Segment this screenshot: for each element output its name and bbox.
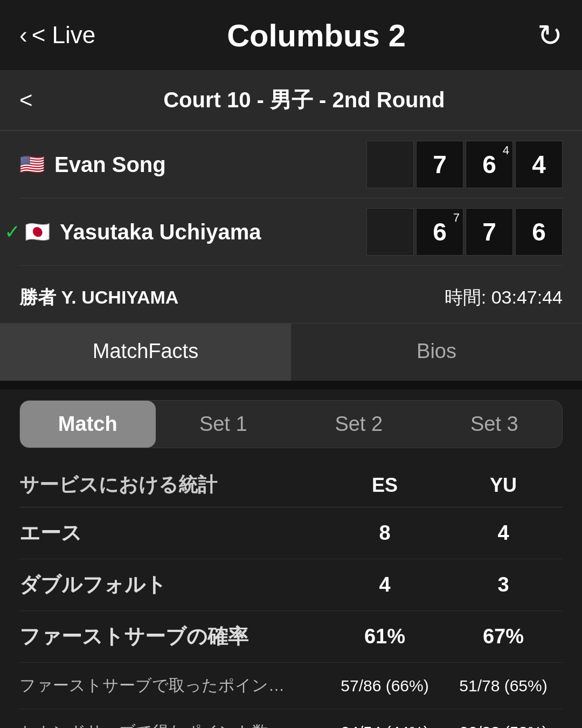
stats-label-sswp: セカンドサーブで得たポイント数 <box>19 721 325 728</box>
score-current-2 <box>366 208 414 256</box>
stats-val-sswp-es: 24/54 (44%) <box>325 723 444 729</box>
player-flag-2: 🇯🇵 <box>25 220 50 244</box>
refresh-button[interactable]: ↻ <box>537 18 563 53</box>
stats-val-sswp-yu: 22/38 (58%) <box>444 723 563 729</box>
score-set3-2: 6 <box>515 208 563 256</box>
tab-bios[interactable]: Bios <box>291 324 582 381</box>
player-info-1: 🇺🇸 Evan Song <box>19 153 366 177</box>
back-label: < Live <box>32 22 96 49</box>
main-tabs: MatchFacts Bios <box>0 323 582 381</box>
match-footer: 勝者 Y. UCHIYAMA 時間: 03:47:44 <box>0 277 582 323</box>
winner-text: 勝者 Y. UCHIYAMA <box>19 285 178 310</box>
player-name-2: Yasutaka Uchiyama <box>60 220 261 244</box>
match-time: 時間: 03:47:44 <box>445 285 563 310</box>
tab-matchfacts[interactable]: MatchFacts <box>0 324 291 381</box>
stats-header-row: サービスにおける統計 ES YU <box>19 459 563 507</box>
set-tabs: Match Set 1 Set 2 Set 3 <box>19 400 563 448</box>
stats-val-df-yu: 3 <box>444 573 563 596</box>
stats-val-ace-yu: 4 <box>444 521 563 545</box>
score-cells-2: 7 6 7 6 <box>366 208 563 256</box>
court-header: < Court 10 - 男子 - 2nd Round <box>0 70 582 131</box>
stats-category-header: サービスにおける統計 <box>19 472 325 498</box>
stats-label-fswp: ファーストサーブで取ったポイン… <box>19 675 325 697</box>
stats-label-fsp: ファーストサーブの確率 <box>19 623 325 650</box>
tab-set2[interactable]: Set 2 <box>291 401 427 448</box>
stats-label-ace: エース <box>19 519 325 547</box>
stats-val-df-es: 4 <box>325 573 444 596</box>
back-button[interactable]: ‹ < Live <box>19 22 95 49</box>
scoreboard: 🇺🇸 Evan Song 7 4 6 4 ✓ 🇯🇵 Yasutaka Uchiy… <box>0 131 582 277</box>
section-divider <box>0 381 582 389</box>
player-name-1: Evan Song <box>54 153 166 177</box>
score-current-1 <box>366 141 414 188</box>
score-set1-1: 7 <box>416 141 463 188</box>
stats-val-fswp-es: 57/86 (66%) <box>325 677 444 695</box>
player-row-1: 🇺🇸 Evan Song 7 4 6 4 <box>19 131 563 198</box>
score-set1-2: 7 6 <box>416 208 463 256</box>
stats-val-fswp-yu: 51/78 (65%) <box>444 677 563 695</box>
stats-row-fsp: ファーストサーブの確率 61% 67% <box>19 611 563 663</box>
stats-label-df: ダブルフォルト <box>19 571 325 599</box>
stats-row-df: ダブルフォルト 4 3 <box>19 559 563 611</box>
stats-col-yu: YU <box>444 474 563 497</box>
stats-val-ace-es: 8 <box>325 521 444 545</box>
stats-val-fsp-es: 61% <box>325 625 444 648</box>
score-set3-1: 4 <box>515 141 563 188</box>
stats-row-fswp: ファーストサーブで取ったポイン… 57/86 (66%) 51/78 (65%) <box>19 663 563 709</box>
tab-set1[interactable]: Set 1 <box>156 401 292 448</box>
page-title: Columbus 2 <box>227 17 406 53</box>
tab-set3[interactable]: Set 3 <box>427 401 563 448</box>
stats-val-fsp-yu: 67% <box>444 625 563 648</box>
stats-col-es: ES <box>325 474 444 497</box>
stats-table: サービスにおける統計 ES YU エース 8 4 ダブルフォルト 4 3 ファー… <box>0 459 582 728</box>
stats-row-sswp: セカンドサーブで得たポイント数 24/54 (44%) 22/38 (58%) <box>19 709 563 728</box>
player-info-2: 🇯🇵 Yasutaka Uchiyama <box>19 220 366 244</box>
court-title: Court 10 - 男子 - 2nd Round <box>46 85 563 115</box>
score-set2-1: 4 6 <box>466 141 513 188</box>
player-flag-1: 🇺🇸 <box>19 153 45 176</box>
player-row-2: ✓ 🇯🇵 Yasutaka Uchiyama 7 6 7 6 <box>19 198 563 266</box>
score-cells-1: 7 4 6 4 <box>366 141 563 188</box>
back-icon: ‹ <box>19 22 27 49</box>
top-nav: ‹ < Live Columbus 2 ↻ <box>0 0 582 70</box>
court-back-button[interactable]: < <box>19 87 33 113</box>
set-tabs-container: Match Set 1 Set 2 Set 3 <box>0 389 582 459</box>
tab-match[interactable]: Match <box>20 401 156 448</box>
stats-row-ace: エース 8 4 <box>19 507 563 559</box>
winner-check-icon: ✓ <box>4 221 20 243</box>
score-set2-2: 7 <box>466 208 513 256</box>
